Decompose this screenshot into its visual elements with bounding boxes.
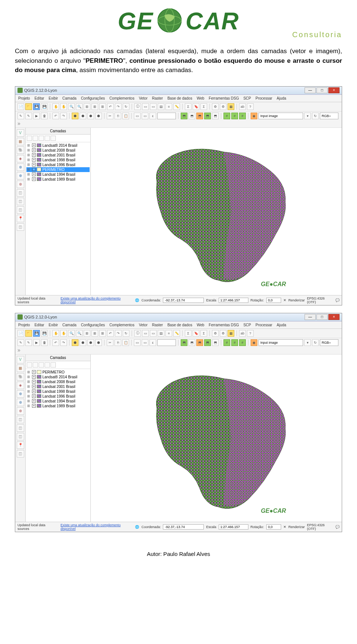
help-icon[interactable]: ?	[247, 330, 254, 337]
layer-item[interactable]: ⊞×Landsat8 2014 Brasil	[26, 143, 90, 148]
table-icon[interactable]: ▤	[158, 330, 164, 337]
bookmark-icon[interactable]: 🔖	[193, 330, 199, 337]
layer-item[interactable]: ⊞×Landsat 2001 Brasil	[26, 384, 90, 389]
refresh-icon[interactable]: ↻	[312, 113, 319, 119]
new-layer-icon[interactable]: ◫	[17, 206, 24, 214]
layer-item[interactable]: ⊞×Landsat 2001 Brasil	[26, 153, 90, 158]
add-wms-icon[interactable]: ⊕	[17, 164, 24, 171]
layer-item[interactable]: ⊞×Landsat 1996 Brasil	[26, 394, 90, 399]
label-icon[interactable]: ab	[239, 330, 246, 337]
expand-icon[interactable]: ⊞	[27, 399, 31, 403]
menu-base de dados[interactable]: Base de dados	[167, 96, 192, 100]
expand-icon[interactable]: ⊞	[27, 370, 31, 374]
menu-processar[interactable]: Processar	[255, 323, 272, 327]
refresh-icon[interactable]: ↻	[123, 103, 129, 110]
edit-icon[interactable]: ▶	[33, 113, 40, 119]
calculator-icon[interactable]: ≡	[165, 330, 172, 337]
help-icon[interactable]: ?	[247, 103, 254, 110]
add-postgis-icon[interactable]: 🐘	[17, 146, 24, 154]
add-raster-icon[interactable]: ▦	[17, 365, 24, 372]
plugin-icon[interactable]: ⬒	[189, 113, 195, 119]
expand-icon[interactable]: ⊞	[27, 158, 31, 162]
menu-editar[interactable]: Editar	[35, 323, 44, 327]
node-icon[interactable]: ⬢	[87, 339, 94, 346]
expand-icon[interactable]: ⊞	[27, 177, 31, 181]
open-icon[interactable]: 📁	[25, 103, 32, 110]
globe-icon[interactable]: 🌐	[135, 298, 139, 302]
menu-complementos[interactable]: Complementos	[109, 96, 134, 100]
menu-processar[interactable]: Processar	[255, 96, 272, 100]
calculator-icon[interactable]: ≡	[165, 103, 172, 110]
plugin-icon[interactable]: ⬒	[189, 339, 195, 346]
stats-icon[interactable]: Σ	[185, 103, 192, 110]
add-group-icon[interactable]	[27, 362, 32, 368]
visibility-checkbox[interactable]: ×	[32, 168, 36, 171]
zoom-out-icon[interactable]: 🔍	[76, 103, 83, 110]
map-canvas[interactable]: GE●CAR	[91, 355, 342, 522]
close-button[interactable]: ×	[328, 314, 340, 320]
minimize-button[interactable]: —	[305, 314, 316, 320]
visibility-checkbox[interactable]: ×	[32, 375, 36, 379]
add-wcs-icon[interactable]: ⊕	[17, 172, 24, 179]
add-spatialite-icon[interactable]: ◈	[17, 382, 24, 389]
redo-icon[interactable]: ↷	[60, 113, 67, 119]
menu-ajuda[interactable]: Ajuda	[277, 323, 286, 327]
layer-item[interactable]: ⊞×Landsat 2008 Brasil	[26, 148, 90, 153]
new-icon[interactable]: 📄	[17, 330, 24, 337]
add-wfs-icon[interactable]: ⊕	[17, 407, 24, 415]
tool-icon[interactable]: ▭	[142, 339, 148, 346]
select-icon[interactable]: ▭	[142, 103, 149, 110]
coord-field[interactable]	[163, 298, 204, 303]
expand-icon[interactable]: ⊞	[27, 385, 31, 388]
pan-icon[interactable]: ✋	[52, 330, 59, 337]
node-icon[interactable]: ⬢	[72, 339, 78, 346]
expand-icon[interactable]	[39, 136, 44, 141]
node-icon[interactable]: ⬢	[80, 339, 86, 346]
expand-icon[interactable]: ⊞	[27, 168, 31, 171]
log-icon[interactable]: 💬	[335, 298, 340, 302]
visibility-checkbox[interactable]: ×	[32, 370, 36, 374]
rgb-field[interactable]	[320, 339, 338, 346]
visibility-checkbox[interactable]: ×	[32, 148, 36, 152]
grid-icon[interactable]: #	[239, 113, 246, 119]
globe-icon[interactable]: 🌐	[135, 525, 139, 529]
zoom-selection-icon[interactable]: ⊞	[99, 103, 106, 110]
expand-icon[interactable]: ⊞	[27, 153, 31, 157]
menu-ajuda[interactable]: Ajuda	[277, 96, 286, 100]
menu-camada[interactable]: Camada	[62, 323, 77, 327]
layers-list[interactable]: ⊞×PERIMETRO⊞×Landsat8 2014 Brasil⊞×Lands…	[26, 369, 90, 522]
menu-scp[interactable]: SCP	[243, 323, 251, 327]
save-as-icon[interactable]: 💾	[41, 330, 48, 337]
new-icon[interactable]: 📄	[17, 103, 24, 110]
edit-icon[interactable]: ✎	[17, 113, 24, 119]
grid-icon[interactable]: #	[239, 339, 246, 346]
grid-icon[interactable]: #	[231, 339, 238, 346]
menu-exibir[interactable]: Exibir	[49, 96, 58, 100]
layer-item[interactable]: ⊞×Landsat 1998 Brasil	[26, 389, 90, 394]
visibility-checkbox[interactable]: ×	[32, 172, 36, 176]
pan-selection-icon[interactable]: ✋	[60, 103, 67, 110]
edit-icon[interactable]: ✎	[25, 113, 32, 119]
plugin-icon[interactable]: ⬒	[181, 113, 187, 119]
paste-icon[interactable]: 📋	[122, 113, 129, 119]
measure-icon[interactable]: 📏	[173, 330, 180, 337]
menu-raster[interactable]: Raster	[152, 96, 163, 100]
edit-icon[interactable]: ✎	[17, 339, 24, 346]
node-icon[interactable]: ⬢	[87, 113, 94, 119]
menu-ferramentas dsg[interactable]: Ferramentas DSG	[209, 96, 239, 100]
measure-icon[interactable]: 📏	[173, 103, 180, 110]
plugin-icon[interactable]: ⬒	[181, 339, 187, 346]
edit-icon[interactable]: ▶	[33, 339, 40, 346]
grid-icon[interactable]: #	[223, 339, 230, 346]
menu-configurações[interactable]: Configurações	[81, 323, 105, 327]
zoom-last-icon[interactable]: ↶	[107, 103, 114, 110]
expand-icon[interactable]: ⊞	[27, 375, 31, 379]
edit-icon[interactable]: ✎	[25, 339, 32, 346]
visibility-checkbox[interactable]: ×	[32, 143, 36, 147]
input-image-field[interactable]	[258, 113, 303, 119]
layer-item[interactable]: ⊞×Landsat 1994 Brasil	[26, 399, 90, 404]
expression-icon[interactable]: ε	[149, 113, 156, 119]
trash-icon[interactable]: 🗑	[41, 113, 48, 119]
visibility-checkbox[interactable]: ×	[32, 153, 36, 157]
zoom-out-icon[interactable]: 🔍	[76, 330, 83, 337]
